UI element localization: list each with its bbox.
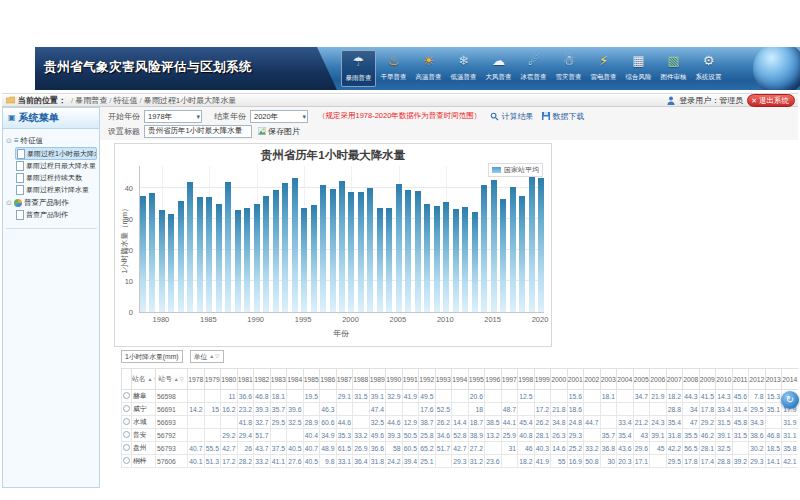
sidebar-item[interactable]: 暴雨过程1小时最大降水量 <box>15 147 97 160</box>
value-cell <box>584 403 601 416</box>
breadcrumb-link[interactable]: 暴雨过程1小时最大降水量 <box>144 96 236 105</box>
sidebar-item[interactable]: 暴雨过程持续天数 <box>15 172 97 184</box>
bar-2009 <box>434 206 440 312</box>
y-tick-label: 40 <box>117 184 133 193</box>
value-cell: 29.3 <box>567 429 584 442</box>
value-cell: 33.1 <box>336 455 353 468</box>
module-label: 暴雨普查 <box>343 73 373 82</box>
sidebar-group-2[interactable]: ⊙普查产品制作 <box>6 196 97 209</box>
station-name-cell: 盘州 <box>132 442 156 455</box>
value-cell <box>353 416 370 429</box>
value-cell: 55 <box>551 455 568 468</box>
table-body: 赫章565981136.646.818.119.529.131.539.132.… <box>122 390 799 468</box>
col-station-name[interactable]: 站名 ▲▽ <box>132 369 156 390</box>
value-cell: 25.9 <box>501 429 518 442</box>
row-expander[interactable] <box>122 416 132 429</box>
value-cell: 18.1 <box>600 390 617 403</box>
breadcrumb-separator: / <box>71 96 73 105</box>
col-station-id[interactable]: 站号 ▲▽ <box>156 369 188 390</box>
module-map-review[interactable]: ▧图件审核 <box>656 50 691 87</box>
toolbar-row-2: 设置标题 保存图片 <box>100 124 798 138</box>
bar-2003 <box>377 208 383 312</box>
chart-title-input[interactable] <box>144 125 252 138</box>
row-expander[interactable] <box>122 429 132 442</box>
value-cell: 52.8 <box>452 429 469 442</box>
value-cell: 40.7 <box>188 442 205 455</box>
sidebar-item[interactable]: 普查产品制作 <box>15 209 97 221</box>
value-cell <box>188 429 205 442</box>
module-settings[interactable]: ⚙系统设置 <box>691 50 726 87</box>
row-expander[interactable] <box>122 442 132 455</box>
value-cell: 31.1 <box>782 429 799 442</box>
module-label: 图件审核 <box>657 72 689 81</box>
data-download-button[interactable]: 数据下载 <box>542 111 584 122</box>
end-year-select[interactable]: 2020年 ▾ <box>250 110 308 123</box>
bar-1981 <box>168 214 174 312</box>
floating-refresh-button[interactable]: ↻ <box>781 391 799 409</box>
chart-panel: 贵州省历年1小时最大降水量 国家站平均 1小时降水量（mm） 年份 010203… <box>114 143 552 347</box>
breadcrumb-link[interactable]: 特征值 <box>113 96 137 105</box>
value-cell: 17.4 <box>699 455 716 468</box>
chart-legend[interactable]: 国家站平均 <box>488 163 543 177</box>
sidebar-group-label: 普查产品制作 <box>24 198 69 208</box>
composite-risk-icon: ▦ <box>621 50 656 72</box>
breadcrumb-prefix: 当前的位置： <box>18 95 66 106</box>
toolbar: 开始年份 1978年 ▾ 结束年份 2020年 ▾ （规定采用1978-2020… <box>100 107 798 140</box>
user-area: 登录用户：管理员 ✕ 退出系统 <box>667 94 798 107</box>
value-cell <box>633 403 650 416</box>
module-wind[interactable]: ☁大风普查 <box>481 50 516 87</box>
module-label: 高温普查 <box>412 72 444 81</box>
sidebar-item[interactable]: 暴雨过程累计降水量 <box>15 184 97 196</box>
legend-label: 国家站平均 <box>504 165 539 175</box>
node-toggle-icon[interactable]: ⊙ <box>6 199 12 207</box>
module-composite-risk[interactable]: ▦综合风险 <box>621 50 656 87</box>
logout-button[interactable]: ✕ 退出系统 <box>747 94 795 107</box>
value-cell: 33.2 <box>254 455 271 468</box>
value-cell: 46 <box>518 442 535 455</box>
heat-icon: ☀ <box>411 50 446 72</box>
bar-2006 <box>405 190 411 312</box>
module-lightning[interactable]: ⚡雷电普查 <box>586 50 621 87</box>
breadcrumb-link[interactable]: 暴雨普查 <box>75 96 107 105</box>
value-cell: 14.3 <box>716 390 733 403</box>
row-expander[interactable] <box>122 455 132 468</box>
measure-filter[interactable]: 1小时降水量(mm) <box>121 350 183 363</box>
module-hail[interactable]: ☄冰雹普查 <box>516 50 551 87</box>
row-expander[interactable] <box>122 403 132 416</box>
calc-result-button[interactable]: 计算结果 <box>490 111 533 122</box>
value-cell: 14.1 <box>765 455 782 468</box>
bar-2013 <box>472 212 478 312</box>
x-tick-label: 1980 <box>147 315 175 324</box>
module-cold[interactable]: ❄低温普查 <box>446 50 481 87</box>
module-rain[interactable]: ☂暴雨普查 <box>341 50 376 87</box>
station-name-cell: 普安 <box>132 429 156 442</box>
value-cell: 39.1 <box>369 390 386 403</box>
sidebar-item[interactable]: 暴雨过程日最大降水量 <box>15 160 97 172</box>
value-cell <box>617 403 634 416</box>
value-cell: 48.9 <box>320 442 337 455</box>
table-row: 桐梓5760640.151.317.228.233.241.127.640.59… <box>122 455 799 468</box>
value-cell: 38.6 <box>749 429 766 442</box>
col-year-1985: 1985 <box>303 369 320 390</box>
value-cell <box>303 403 320 416</box>
start-year-select[interactable]: 1978年 ▾ <box>144 110 202 123</box>
row-expander[interactable] <box>122 390 132 403</box>
legend-swatch <box>492 167 501 173</box>
unit-filter[interactable]: 单位 ▲▽ <box>190 350 224 363</box>
save-image-button[interactable]: 保存图片 <box>258 126 300 137</box>
bar-2012 <box>462 207 468 312</box>
module-label: 干旱普查 <box>377 72 409 81</box>
node-toggle-icon[interactable]: ⊙ <box>6 137 12 145</box>
value-cell: 31.2 <box>468 455 485 468</box>
value-cell: 61.5 <box>336 442 353 455</box>
module-snow[interactable]: ☃雪灾普查 <box>551 50 586 87</box>
value-cell: 17.2 <box>534 403 551 416</box>
module-heat[interactable]: ☀高温普查 <box>411 50 446 87</box>
col-year-2000: 2000 <box>551 369 568 390</box>
grid-controls: 1小时降水量(mm) 单位 ▲▽ <box>121 350 224 363</box>
bar-1979 <box>149 193 155 312</box>
value-cell <box>551 390 568 403</box>
sidebar-group-1[interactable]: ⊙≡特征值 <box>6 134 97 147</box>
module-drought[interactable]: ♨干旱普查 <box>376 50 411 87</box>
table-row: 威宁5669114.21516.223.239.335.739.646.347.… <box>122 403 799 416</box>
